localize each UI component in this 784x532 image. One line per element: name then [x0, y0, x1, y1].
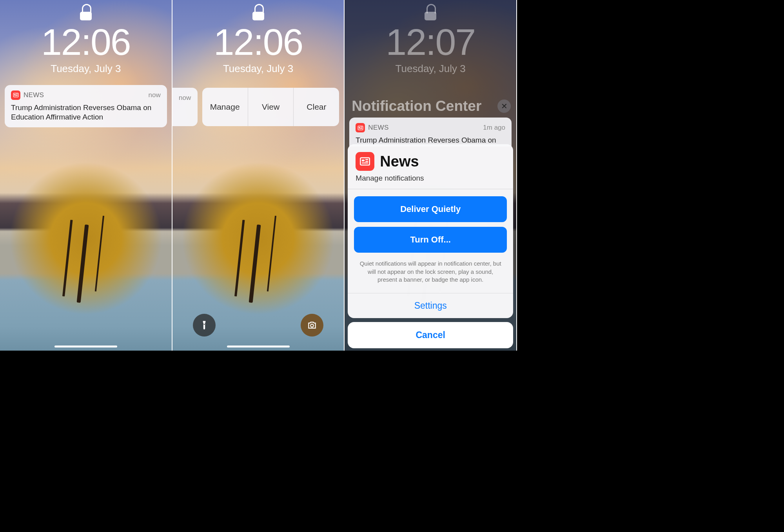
clear-button[interactable]: Clear: [294, 88, 339, 126]
news-app-icon: [356, 123, 365, 132]
camera-icon: [307, 320, 317, 330]
view-button[interactable]: View: [248, 88, 294, 126]
clock-time: 12:07: [345, 23, 516, 62]
unlock-icon: [252, 4, 265, 21]
sheet-description: Quiet notifications will appear in notif…: [354, 257, 507, 291]
turn-off-button[interactable]: Turn Off...: [354, 227, 507, 253]
notification-time: now: [179, 94, 191, 102]
sheet-subtitle: Manage notifications: [348, 174, 513, 189]
notification-body: Trump Administration Reverses Obama on E…: [11, 103, 161, 122]
svg-point-6: [311, 324, 314, 327]
deliver-quietly-button[interactable]: Deliver Quietly: [354, 196, 507, 222]
lockscreen-notification-swiped: 12:06 Tuesday, July 3 now Manage View Cl…: [172, 0, 345, 351]
flashlight-icon: [199, 320, 209, 330]
clock-date: Tuesday, July 3: [0, 63, 172, 75]
notification-actions: Manage View Clear: [202, 88, 339, 126]
notification-manage-sheet-screen: 12:07 Tuesday, July 3 Notification Cente…: [345, 0, 517, 351]
notification-app-name: NEWS: [24, 91, 44, 99]
notification-body: Trump Administration Reverses Obama on: [356, 136, 505, 145]
manage-button[interactable]: Manage: [202, 88, 248, 126]
clock-date: Tuesday, July 3: [345, 63, 516, 75]
flashlight-button[interactable]: [193, 314, 216, 337]
notification-time: 1m ago: [483, 124, 505, 132]
manage-sheet: News Manage notifications Deliver Quietl…: [348, 144, 513, 351]
svg-rect-1: [14, 94, 16, 95]
cancel-button[interactable]: Cancel: [348, 322, 513, 348]
notification-card-sliver[interactable]: now: [172, 88, 198, 126]
unlock-icon: [79, 4, 93, 21]
svg-point-5: [203, 324, 205, 325]
home-indicator[interactable]: [54, 346, 117, 347]
notification-center-title: Notification Center: [352, 98, 481, 114]
lockscreen-default: 12:06 Tuesday, July 3 NEWS now Trump Adm…: [0, 0, 172, 351]
unlock-icon: [424, 4, 437, 21]
svg-rect-8: [359, 127, 360, 128]
close-icon: ✕: [501, 101, 508, 111]
notification-app-name: NEWS: [368, 124, 388, 132]
clock-date: Tuesday, July 3: [172, 63, 344, 75]
svg-rect-13: [362, 160, 365, 162]
home-indicator[interactable]: [227, 346, 290, 347]
notification-time: now: [148, 91, 160, 99]
camera-button[interactable]: [301, 314, 323, 337]
svg-rect-12: [361, 158, 370, 165]
news-app-icon: [356, 152, 374, 171]
settings-link[interactable]: Settings: [348, 293, 513, 318]
sheet-app-name: News: [380, 154, 419, 169]
clock-time: 12:06: [172, 23, 344, 62]
news-app-icon: [11, 90, 20, 100]
notification-center-close-button[interactable]: ✕: [497, 100, 511, 113]
notification-card[interactable]: NEWS 1m ago Trump Administration Reverse…: [349, 118, 512, 147]
clock-time: 12:06: [0, 23, 172, 62]
notification-card[interactable]: NEWS now Trump Administration Reverses O…: [5, 85, 167, 128]
